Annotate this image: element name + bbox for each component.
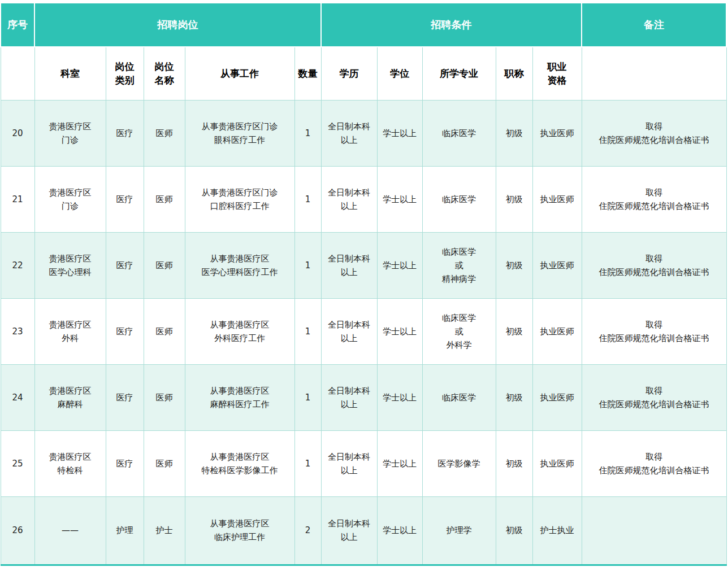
cell-zhuanye: 临床医学 <box>422 166 496 232</box>
cell-leibie: 医疗 <box>106 430 144 496</box>
table-row: 20贵港医疗区 门诊医疗医师从事贵港医疗区门诊 眼科医疗工作1全日制本科 以上学… <box>1 100 726 166</box>
cell-beizhu: 取得 住院医师规范化培训合格证书 <box>582 100 726 166</box>
cell-zhicheng: 初级 <box>496 430 532 496</box>
cell-zhuanye: 护理学 <box>422 496 496 565</box>
header-position-group: 招聘岗位 <box>34 3 321 47</box>
cell-gongzuo: 从事贵港医疗区 医学心理科医疗工作 <box>185 232 294 298</box>
cell-gongzuo: 从事贵港医疗区 特检科医学影像工作 <box>185 430 294 496</box>
cell-beizhu <box>582 496 726 565</box>
cell-xueli: 全日制本科 以上 <box>321 166 377 232</box>
cell-no: 21 <box>1 166 34 232</box>
cell-xuewei: 学士以上 <box>377 496 422 565</box>
header-position-type: 岗位 类别 <box>106 47 144 100</box>
cell-no: 25 <box>1 430 34 496</box>
cell-keshi: 贵港医疗区 麻醉科 <box>34 364 106 430</box>
cell-leibie: 护理 <box>106 496 144 565</box>
cell-leibie: 医疗 <box>106 166 144 232</box>
cell-xuewei: 学士以上 <box>377 166 422 232</box>
cell-zige: 执业医师 <box>532 232 582 298</box>
cell-no: 20 <box>1 100 34 166</box>
cell-keshi: 贵港医疗区 门诊 <box>34 100 106 166</box>
cell-leibie: 医疗 <box>106 100 144 166</box>
cell-gongzuo: 从事贵港医疗区 临床护理工作 <box>185 496 294 565</box>
cell-leibie: 医疗 <box>106 298 144 364</box>
cell-no: 22 <box>1 232 34 298</box>
cell-zige: 执业医师 <box>532 364 582 430</box>
cell-xuewei: 学士以上 <box>377 100 422 166</box>
cell-gongzuo: 从事贵港医疗区 外科医疗工作 <box>185 298 294 364</box>
table-row: 22贵港医疗区 医学心理科医疗医师从事贵港医疗区 医学心理科医疗工作1全日制本科… <box>1 232 726 298</box>
header-serial: 序号 <box>1 3 34 47</box>
cell-zige: 执业医师 <box>532 166 582 232</box>
cell-shuliang: 1 <box>294 298 321 364</box>
header-education: 学历 <box>321 47 377 100</box>
cell-leibie: 医疗 <box>106 364 144 430</box>
cell-zhicheng: 初级 <box>496 496 532 565</box>
cell-zhuanye: 医学影像学 <box>422 430 496 496</box>
cell-zhicheng: 初级 <box>496 298 532 364</box>
cell-beizhu: 取得 住院医师规范化培训合格证书 <box>582 166 726 232</box>
cell-zhicheng: 初级 <box>496 232 532 298</box>
table-row: 25贵港医疗区 特检科医疗医师从事贵港医疗区 特检科医学影像工作1全日制本科 以… <box>1 430 726 496</box>
cell-xuewei: 学士以上 <box>377 298 422 364</box>
cell-gongzuo: 从事贵港医疗区 麻醉科医疗工作 <box>185 364 294 430</box>
recruitment-table: 序号 招聘岗位 招聘条件 备注 科室 岗位 类别 岗位 名称 从事工作 数量 学… <box>0 2 727 566</box>
cell-beizhu: 取得 住院医师规范化培训合格证书 <box>582 364 726 430</box>
table-row: 26——护理护士从事贵港医疗区 临床护理工作2全日制本科 以上学士以上护理学初级… <box>1 496 726 565</box>
cell-shuliang: 1 <box>294 166 321 232</box>
header-condition-group: 招聘条件 <box>321 3 582 47</box>
cell-zhuanye: 临床医学 或 外科学 <box>422 298 496 364</box>
cell-xuewei: 学士以上 <box>377 364 422 430</box>
group-header-row: 序号 招聘岗位 招聘条件 备注 <box>1 3 726 47</box>
table-row: 21贵港医疗区 门诊医疗医师从事贵港医疗区门诊 口腔科医疗工作1全日制本科 以上… <box>1 166 726 232</box>
header-job-duty: 从事工作 <box>185 47 294 100</box>
header-position-name: 岗位 名称 <box>144 47 185 100</box>
cell-mingcheng: 护士 <box>144 496 185 565</box>
table-row: 23贵港医疗区 外科医疗医师从事贵港医疗区 外科医疗工作1全日制本科 以上学士以… <box>1 298 726 364</box>
cell-beizhu: 取得 住院医师规范化培训合格证书 <box>582 430 726 496</box>
cell-xuewei: 学士以上 <box>377 232 422 298</box>
cell-zige: 执业医师 <box>532 298 582 364</box>
cell-keshi: 贵港医疗区 医学心理科 <box>34 232 106 298</box>
header-remark-spacer <box>582 47 726 100</box>
cell-keshi: 贵港医疗区 门诊 <box>34 166 106 232</box>
cell-xueli: 全日制本科 以上 <box>321 100 377 166</box>
cell-zhicheng: 初级 <box>496 100 532 166</box>
header-quantity: 数量 <box>294 47 321 100</box>
cell-beizhu: 取得 住院医师规范化培训合格证书 <box>582 298 726 364</box>
cell-zige: 执业医师 <box>532 100 582 166</box>
cell-zhuanye: 临床医学 <box>422 100 496 166</box>
cell-xueli: 全日制本科 以上 <box>321 364 377 430</box>
cell-gongzuo: 从事贵港医疗区门诊 口腔科医疗工作 <box>185 166 294 232</box>
cell-keshi: —— <box>34 496 106 565</box>
cell-mingcheng: 医师 <box>144 430 185 496</box>
cell-no: 24 <box>1 364 34 430</box>
header-department: 科室 <box>34 47 106 100</box>
column-header-row: 科室 岗位 类别 岗位 名称 从事工作 数量 学历 学位 所学专业 职称 职业 … <box>1 47 726 100</box>
table-body: 20贵港医疗区 门诊医疗医师从事贵港医疗区门诊 眼科医疗工作1全日制本科 以上学… <box>1 100 726 565</box>
cell-no: 23 <box>1 298 34 364</box>
cell-shuliang: 1 <box>294 364 321 430</box>
header-serial-spacer <box>1 47 34 100</box>
cell-xuewei: 学士以上 <box>377 430 422 496</box>
cell-shuliang: 1 <box>294 100 321 166</box>
cell-xueli: 全日制本科 以上 <box>321 496 377 565</box>
cell-zhuanye: 临床医学 <box>422 364 496 430</box>
cell-shuliang: 1 <box>294 430 321 496</box>
cell-mingcheng: 医师 <box>144 166 185 232</box>
table-row: 24贵港医疗区 麻醉科医疗医师从事贵港医疗区 麻醉科医疗工作1全日制本科 以上学… <box>1 364 726 430</box>
cell-shuliang: 2 <box>294 496 321 565</box>
cell-shuliang: 1 <box>294 232 321 298</box>
cell-gongzuo: 从事贵港医疗区门诊 眼科医疗工作 <box>185 100 294 166</box>
cell-zhicheng: 初级 <box>496 364 532 430</box>
cell-beizhu: 取得 住院医师规范化培训合格证书 <box>582 232 726 298</box>
cell-mingcheng: 医师 <box>144 298 185 364</box>
cell-mingcheng: 医师 <box>144 364 185 430</box>
cell-no: 26 <box>1 496 34 565</box>
header-remark: 备注 <box>582 3 726 47</box>
cell-mingcheng: 医师 <box>144 232 185 298</box>
header-title-rank: 职称 <box>496 47 532 100</box>
recruitment-table-container: 序号 招聘岗位 招聘条件 备注 科室 岗位 类别 岗位 名称 从事工作 数量 学… <box>0 0 728 566</box>
header-major: 所学专业 <box>422 47 496 100</box>
cell-mingcheng: 医师 <box>144 100 185 166</box>
